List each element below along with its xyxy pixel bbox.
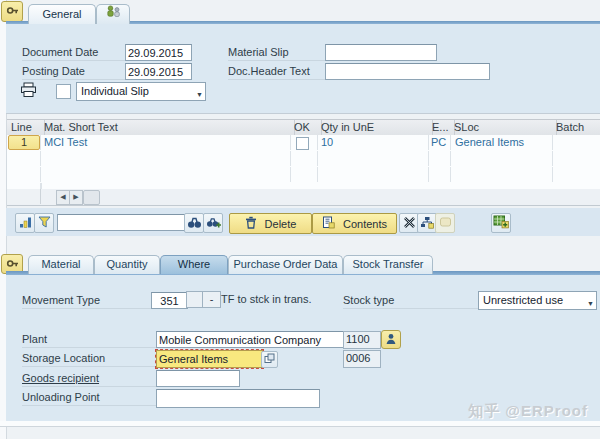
matchcode-icon (264, 353, 275, 366)
tab-where-label: Where (178, 258, 210, 270)
tab-material-label: Material (41, 258, 80, 270)
printer-icon (20, 82, 37, 100)
tab-stock-transfer[interactable]: Stock Transfer (343, 255, 433, 274)
scroll-right-icon: ▶ (73, 193, 78, 200)
hierarchy-button[interactable] (417, 213, 437, 233)
material-slip-input[interactable] (325, 44, 437, 61)
stock-type-label: Stock type (343, 293, 478, 309)
posting-date-input[interactable] (125, 63, 192, 80)
storage-location-code-box: 0006 (343, 350, 381, 368)
cell-qty: 10 (321, 136, 333, 148)
storage-location-input[interactable] (156, 350, 263, 368)
tab-material[interactable]: Material (28, 255, 94, 274)
col-header-batch[interactable]: Batch (552, 120, 600, 135)
filter-icon (38, 216, 51, 230)
tab-partner[interactable] (96, 4, 130, 24)
person-icon (385, 333, 397, 347)
posting-date-label: Posting Date (22, 64, 125, 80)
tab-purchase-order-data-label: Purchase Order Data (234, 258, 338, 270)
disabled-detail-button (435, 213, 455, 233)
contents-label: Contents (343, 218, 387, 230)
print-slip-checkbox[interactable] (56, 84, 71, 99)
plant-address-button[interactable] (381, 330, 401, 349)
line-col-footer (7, 189, 41, 204)
scroll-left-icon: ◀ (60, 193, 65, 200)
stock-type-value: Unrestricted use (483, 294, 563, 306)
table-add-icon (493, 215, 509, 231)
tab-purchase-order-data[interactable]: Purchase Order Data (228, 255, 343, 274)
table-row[interactable] (7, 151, 600, 168)
binoculars-icon (187, 216, 202, 231)
slip-type-value: Individual Slip (81, 85, 149, 97)
movement-type-description: TF to stck in trans. (221, 293, 311, 305)
document-date-label: Document Date (22, 45, 125, 61)
material-slip-label: Material Slip (228, 45, 325, 61)
table-row[interactable] (7, 167, 600, 184)
collapse-header-button[interactable] (1, 1, 23, 22)
tab-stock-transfer-label: Stock Transfer (353, 258, 424, 270)
plant-input[interactable] (156, 331, 346, 348)
stock-type-select[interactable]: Unrestricted use ▼ (478, 291, 597, 310)
movement-type-input[interactable] (151, 292, 188, 309)
sap-migo-window: General Document Date Material Slip Post… (0, 0, 600, 439)
contents-button[interactable]: Contents (312, 213, 397, 234)
row-ok-checkbox[interactable] (296, 137, 309, 150)
storage-location-label: Storage Location (22, 351, 156, 367)
chevron-down-icon: ▼ (587, 296, 594, 310)
table-hscroll-track: ◀ ▶ (7, 189, 600, 206)
col-header-short-text[interactable]: Mat. Short Text (40, 120, 295, 135)
doc-header-text-label: Doc.Header Text (228, 64, 325, 80)
scroll-right-button[interactable]: ▶ (69, 190, 83, 205)
chevron-down-icon: ▼ (196, 87, 203, 101)
slip-type-select[interactable]: Individual Slip ▼ (76, 82, 206, 101)
goods-recipient-label: Goods recipient (22, 371, 156, 387)
partner-icon (105, 8, 122, 20)
document-icon (322, 216, 335, 231)
col-header-sloc[interactable]: SLoc (450, 120, 557, 135)
delete-button[interactable]: Delete (229, 213, 312, 234)
unloading-point-label: Unloading Point (22, 390, 156, 406)
movement-type-label: Movement Type (22, 293, 151, 309)
cell-short-text: MCI Test (44, 136, 87, 148)
goods-recipient-input[interactable] (156, 370, 240, 387)
tab-general-label: General (42, 8, 81, 20)
watermark: 知乎 @ERProof (468, 402, 588, 421)
binoculars-plus-icon (206, 216, 221, 231)
cell-eun: PC (431, 136, 446, 148)
tab-quantity-label: Quantity (107, 258, 148, 270)
tab-general[interactable]: General (28, 4, 96, 24)
col-header-qty[interactable]: Qty in UnE (317, 120, 433, 135)
unloading-point-input[interactable] (156, 389, 320, 408)
find-next-button[interactable] (203, 213, 223, 233)
cross-grid-icon (403, 216, 416, 231)
sort-ascending-button[interactable] (15, 213, 35, 233)
tab-quantity[interactable]: Quantity (94, 255, 160, 274)
detail-cross-button[interactable] (399, 213, 419, 233)
delete-label: Delete (265, 218, 297, 230)
adopt-details-button[interactable] (491, 213, 511, 233)
find-button[interactable] (184, 213, 204, 233)
storage-location-matchcode-button[interactable] (261, 351, 278, 368)
document-date-input[interactable] (125, 44, 192, 61)
movement-sign-box[interactable]: - (202, 291, 221, 308)
search-term-input[interactable] (57, 214, 186, 231)
key-icon (6, 257, 19, 272)
doc-header-text-input[interactable] (325, 63, 490, 80)
bottom-divider (0, 421, 600, 427)
filter-button[interactable] (34, 213, 54, 233)
trash-icon (245, 216, 257, 231)
tab-where[interactable]: Where (160, 255, 228, 274)
plant-code-box: 1100 (343, 331, 381, 349)
scroll-left-button[interactable]: ◀ (56, 190, 70, 205)
key-icon (6, 4, 19, 19)
hscroll-thumb[interactable] (83, 190, 100, 205)
cell-sloc: General Items (455, 136, 524, 148)
disabled-doc-icon (439, 216, 452, 230)
table-row[interactable]: 1 MCI Test 10 PC General Items (7, 135, 600, 152)
sort-ascending-icon (19, 216, 32, 230)
hierarchy-icon (420, 216, 434, 231)
plant-label: Plant (22, 332, 156, 348)
row-line-selector[interactable]: 1 (8, 135, 40, 150)
